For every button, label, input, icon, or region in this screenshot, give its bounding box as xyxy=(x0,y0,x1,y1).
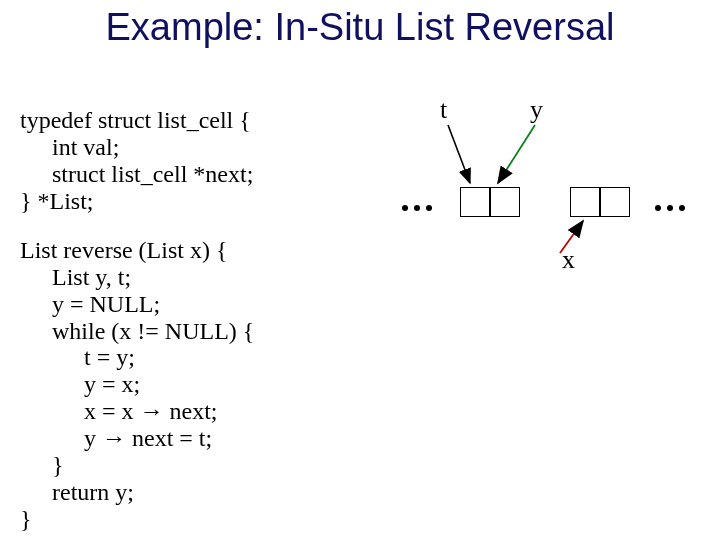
code-line: t = y; xyxy=(20,344,135,371)
arrow-x xyxy=(560,221,583,253)
arrow-icon: → xyxy=(102,425,126,451)
code-line: y → next = t; xyxy=(20,425,212,452)
pointer-diagram: t y x xyxy=(400,95,710,315)
code-line: x = x → next; xyxy=(20,398,218,425)
code-line: List y, t; xyxy=(20,264,131,291)
arrow-y xyxy=(498,125,535,183)
code-line: typedef struct list_cell { xyxy=(20,107,251,133)
code-line: y = NULL; xyxy=(20,291,160,318)
arrow-t xyxy=(448,125,470,183)
code-line: struct list_cell *next; xyxy=(20,161,253,188)
code-line: y = x; xyxy=(20,371,140,398)
code-line: int val; xyxy=(20,134,119,161)
code-line: } xyxy=(20,452,64,479)
slide: Example: In-Situ List Reversal typedef s… xyxy=(0,0,720,540)
code-line: return y; xyxy=(20,479,134,506)
arrows-svg xyxy=(400,95,710,315)
code-line: } xyxy=(20,506,32,532)
code-line: while (x != NULL) { xyxy=(20,318,254,345)
arrow-icon: → xyxy=(140,398,164,424)
code-line: List reverse (List x) { xyxy=(20,237,227,263)
code-reverse: List reverse (List x) { List y, t; y = N… xyxy=(20,210,254,533)
code-typedef: typedef struct list_cell { int val; stru… xyxy=(20,80,253,214)
slide-title: Example: In-Situ List Reversal xyxy=(0,6,720,49)
